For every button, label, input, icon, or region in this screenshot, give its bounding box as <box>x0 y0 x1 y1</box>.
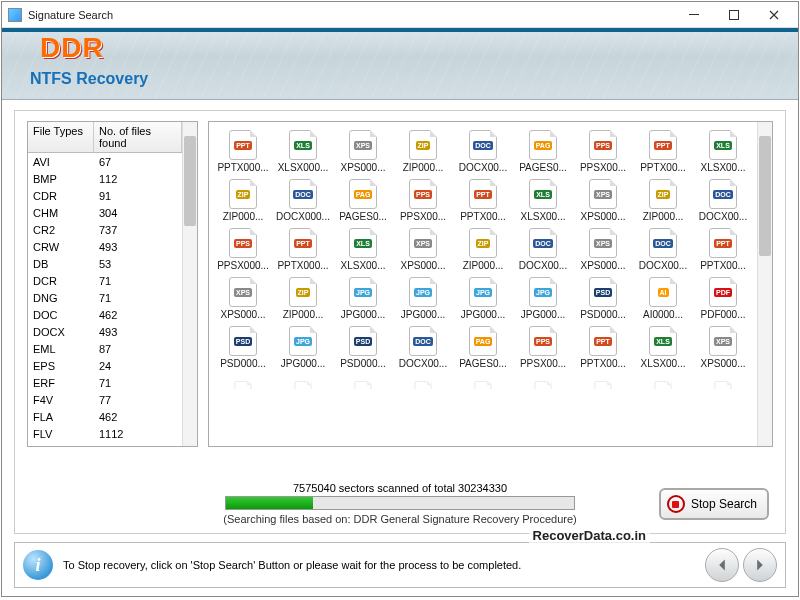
table-row[interactable]: DB53 <box>28 255 182 272</box>
file-item[interactable]: ZIPZIP000... <box>453 228 513 271</box>
file-item[interactable]: XPSXPS000... <box>393 228 453 271</box>
table-row[interactable]: CDR91 <box>28 187 182 204</box>
file-item[interactable]: PPTPPTX000... <box>273 228 333 271</box>
file-item[interactable]: ZIPZIP000... <box>393 130 453 173</box>
table-row[interactable]: EML87 <box>28 340 182 357</box>
file-item[interactable]: XLSXLSX00... <box>513 179 573 222</box>
file-item[interactable]: ZIPZIP000... <box>273 277 333 320</box>
table-row[interactable]: DCR71 <box>28 272 182 289</box>
file-item[interactable]: PPSPPSX00... <box>393 179 453 222</box>
file-item[interactable]: XPSXPS000... <box>693 326 753 369</box>
file-item[interactable]: PPTPPTX00... <box>453 179 513 222</box>
file-item[interactable]: PAGPAGES0... <box>333 179 393 222</box>
file-item[interactable]: XLSXLSX00... <box>693 130 753 173</box>
table-row[interactable]: DOC462 <box>28 306 182 323</box>
table-row[interactable]: FLV1112 <box>28 425 182 442</box>
file-name: PPTX00... <box>634 162 692 173</box>
table-row[interactable]: AVI67 <box>28 153 182 170</box>
file-item[interactable]: ZIPZIP000... <box>213 179 273 222</box>
table-row[interactable]: DNG71 <box>28 289 182 306</box>
stop-search-button[interactable]: Stop Search <box>659 488 769 520</box>
titlebar[interactable]: Signature Search <box>2 2 798 28</box>
file-name: JPG000... <box>454 309 512 320</box>
file-item[interactable]: XLSXLSX00... <box>633 326 693 369</box>
file-item[interactable]: XPSXPS000... <box>333 130 393 173</box>
file-item[interactable]: DOCDOCX00... <box>453 130 513 173</box>
file-item[interactable]: DOCDOCX00... <box>393 326 453 369</box>
file-item[interactable]: AIAI0000... <box>633 277 693 320</box>
table-row[interactable]: CR2737 <box>28 221 182 238</box>
file-item[interactable]: XPSXPS000... <box>213 277 273 320</box>
file-item[interactable]: DOCDOCX00... <box>633 228 693 271</box>
file-item[interactable]: DOCDOCX000... <box>273 179 333 222</box>
file-item[interactable]: PPTPPTX000... <box>213 130 273 173</box>
file-icon: JPG <box>289 326 317 356</box>
file-item[interactable]: DOCDOCX00... <box>693 179 753 222</box>
table-row[interactable]: DOCX493 <box>28 323 182 340</box>
file-name: JPG000... <box>274 358 332 369</box>
file-item[interactable]: PPSPPSX000... <box>213 228 273 271</box>
table-row[interactable]: FLA462 <box>28 408 182 425</box>
file-item[interactable]: JPGJPG000... <box>273 326 333 369</box>
minimize-button[interactable] <box>674 4 714 26</box>
file-name: PPSX00... <box>514 358 572 369</box>
file-item[interactable]: PPSPPSX00... <box>573 130 633 173</box>
col-file-types[interactable]: File Types <box>28 122 94 152</box>
table-row[interactable]: EPS24 <box>28 357 182 374</box>
file-item[interactable]: PPTPPTX00... <box>573 326 633 369</box>
file-icon: PPT <box>709 228 737 258</box>
table-row[interactable]: BMP112 <box>28 170 182 187</box>
file-icon: PPT <box>589 326 617 356</box>
file-item[interactable]: PPTPPTX00... <box>693 228 753 271</box>
file-icon: ZIP <box>409 130 437 160</box>
file-icon: PPT <box>469 179 497 209</box>
file-item[interactable]: PDFPDF000... <box>693 277 753 320</box>
maximize-button[interactable] <box>714 4 754 26</box>
table-row[interactable]: CRW493 <box>28 238 182 255</box>
file-name: XPS000... <box>574 260 632 271</box>
vertical-scrollbar[interactable] <box>757 122 772 446</box>
file-icon: DOC <box>469 130 497 160</box>
svg-rect-0 <box>689 14 699 15</box>
file-name: ZIP000... <box>274 309 332 320</box>
vertical-scrollbar[interactable] <box>182 122 197 446</box>
file-item[interactable]: XPSXPS000... <box>573 179 633 222</box>
file-item[interactable]: JPGJPG000... <box>513 277 573 320</box>
file-item[interactable]: JPGJPG000... <box>453 277 513 320</box>
file-icon: PPS <box>409 179 437 209</box>
file-item[interactable]: JPGJPG000... <box>393 277 453 320</box>
file-item[interactable]: PAGPAGES0... <box>513 130 573 173</box>
file-icon: PAG <box>529 130 557 160</box>
file-item[interactable]: PPTPPTX00... <box>633 130 693 173</box>
file-name: PPTX00... <box>694 260 752 271</box>
file-item[interactable]: JPGJPG000... <box>333 277 393 320</box>
file-name: XLSX00... <box>694 162 752 173</box>
close-button[interactable] <box>754 4 794 26</box>
file-name: ZIP000... <box>634 211 692 222</box>
file-item[interactable]: XPSXPS000... <box>573 228 633 271</box>
file-icon: PPS <box>529 326 557 356</box>
table-row[interactable]: ERF71 <box>28 374 182 391</box>
file-item[interactable]: ZIPZIP000... <box>633 179 693 222</box>
file-item[interactable]: PSDPSD000... <box>333 326 393 369</box>
file-item[interactable]: XLSXLSX000... <box>273 130 333 173</box>
results-grid: PPTPPTX000...XLSXLSX000...XPSXPS000...ZI… <box>208 121 773 447</box>
back-button[interactable] <box>705 548 739 582</box>
table-row[interactable]: F4V77 <box>28 391 182 408</box>
forward-button[interactable] <box>743 548 777 582</box>
file-item[interactable]: DOCDOCX00... <box>513 228 573 271</box>
file-icon: JPG <box>409 277 437 307</box>
file-item[interactable]: PPSPPSX00... <box>513 326 573 369</box>
file-item[interactable]: PAGPAGES0... <box>453 326 513 369</box>
table-row[interactable]: CHM304 <box>28 204 182 221</box>
file-icon: AI <box>649 277 677 307</box>
file-name: XLSX00... <box>514 211 572 222</box>
col-files-found[interactable]: No. of files found <box>94 122 182 152</box>
progress-hint: (Searching files based on: DDR General S… <box>223 513 576 525</box>
file-name: AI0000... <box>634 309 692 320</box>
file-item[interactable]: PSDPSD000... <box>213 326 273 369</box>
file-item[interactable]: PSDPSD000... <box>573 277 633 320</box>
file-name: ZIP000... <box>394 162 452 173</box>
file-item[interactable]: XLSXLSX00... <box>333 228 393 271</box>
file-name: DOCX00... <box>634 260 692 271</box>
